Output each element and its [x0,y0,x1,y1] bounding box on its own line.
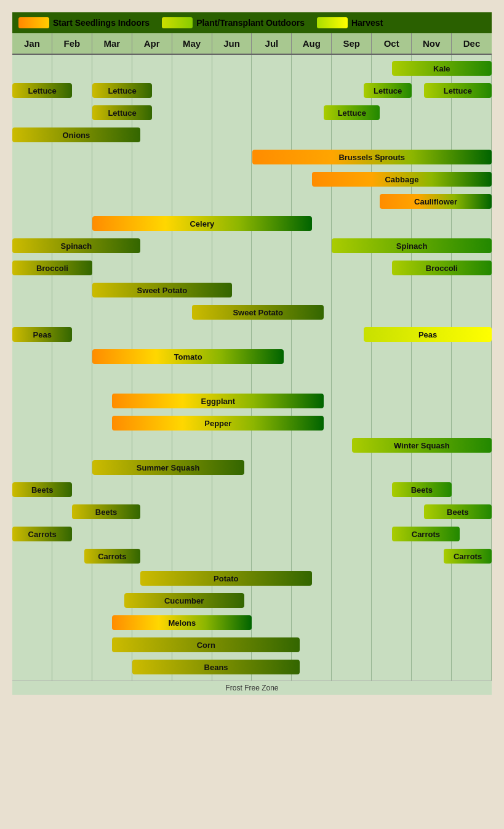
bar-lettuce-2-1: Lettuce [324,105,380,120]
month-header-feb: Feb [52,33,92,54]
legend-harvest-color [317,17,348,28]
month-header-dec: Dec [452,33,492,54]
chart-row-6: Cauliflower [12,190,492,212]
chart-container: Start Seedlings Indoors Plant/Transplant… [12,12,492,695]
chart-row-0: Kale [12,57,492,79]
bar-kale-0-0: Kale [392,61,492,76]
bar-peas-12-1: Peas [364,327,492,342]
chart-row-22: CarrotsCarrots [12,545,492,567]
chart-row-2: LettuceLettuce [12,102,492,124]
bar-carrots-21-1: Carrots [392,527,460,541]
bar-broccoli-9-1: Broccoli [392,261,492,275]
month-header-may: May [172,33,212,54]
bar-sweet-potato-11-0: Sweet Potato [192,305,324,320]
chart-row-11: Sweet Potato [12,301,492,323]
bar-potato-23-0: Potato [140,571,312,586]
bar-sweet-potato-10-0: Sweet Potato [92,283,232,297]
chart-row-13: Tomato [12,346,492,368]
footer: Frost Free Zone [12,681,492,695]
legend-plant-color [162,17,193,28]
bar-beets-20-0: Beets [72,504,140,519]
bar-carrots-21-0: Carrots [12,527,72,541]
month-header-sep: Sep [332,33,372,54]
bar-beans-27-0: Beans [132,660,300,674]
chart-row-5: Cabbage [12,168,492,190]
bar-corn-26-0: Corn [112,637,300,652]
month-header-jan: Jan [12,33,52,54]
month-headers: JanFebMarAprMayJunJulAugSepOctNovDec [12,33,492,55]
month-header-oct: Oct [372,33,412,54]
month-header-nov: Nov [412,33,452,54]
footer-text: Frost Free Zone [225,684,278,692]
legend-seedlings-color [18,17,49,28]
bar-cauliflower-6-0: Cauliflower [380,194,492,209]
legend: Start Seedlings Indoors Plant/Transplant… [12,12,492,33]
chart-row-23: Potato [12,567,492,589]
bar-spinach-8-1: Spinach [332,238,492,253]
chart-row-8: SpinachSpinach [12,235,492,257]
month-header-jun: Jun [212,33,252,54]
chart-row-1: LettuceLettuceLettuceLettuce [12,79,492,102]
bar-eggplant-15-0: Eggplant [112,394,324,408]
chart-row-3: Onions [12,124,492,146]
legend-plant-label: Plant/Transplant Outdoors [196,18,305,28]
bar-cucumber-24-0: Cucumber [124,593,244,608]
chart-row-24: Cucumber [12,589,492,612]
chart-row-7: Celery [12,212,492,235]
bar-melons-25-0: Melons [112,615,252,630]
bar-tomato-13-0: Tomato [92,349,284,364]
legend-seedlings-label: Start Seedlings Indoors [53,18,150,28]
bar-celery-7-0: Celery [92,216,312,231]
bar-cabbage-5-0: Cabbage [312,172,492,187]
bar-pepper-16-0: Pepper [112,416,324,431]
chart-row-9: BroccoliBroccoli [12,257,492,279]
chart-row-15: Eggplant [12,390,492,412]
chart-row-17: Winter Squash [12,434,492,456]
legend-seedlings: Start Seedlings Indoors [18,17,150,28]
chart-area: KaleLettuceLettuceLettuceLettuceLettuceL… [12,55,492,681]
month-header-jul: Jul [252,33,292,54]
bar-spinach-8-0: Spinach [12,238,140,253]
chart-row-19: BeetsBeets [12,479,492,501]
bar-broccoli-9-0: Broccoli [12,261,92,275]
bar-lettuce-1-0: Lettuce [12,83,72,98]
month-header-mar: Mar [92,33,132,54]
chart-row-12: PeasPeas [12,323,492,346]
chart-row-4: Brussels Sprouts [12,146,492,168]
bar-peas-12-0: Peas [12,327,72,342]
bar-carrots-22-0: Carrots [84,549,140,564]
chart-row-16: Pepper [12,412,492,434]
chart-row-21: CarrotsCarrots [12,523,492,545]
legend-plant: Plant/Transplant Outdoors [162,17,305,28]
bar-lettuce-2-0: Lettuce [92,105,152,120]
chart-row-10: Sweet Potato [12,279,492,301]
bar-beets-19-0: Beets [12,482,72,497]
chart-row-26: Corn [12,634,492,656]
chart-row-20: BeetsBeets [12,501,492,523]
bar-lettuce-1-1: Lettuce [92,83,152,98]
bar-onions-3-0: Onions [12,127,140,142]
chart-row-27: Beans [12,656,492,678]
bar-brussels-sprouts-4-0: Brussels Sprouts [252,150,492,164]
bar-lettuce-1-3: Lettuce [424,83,492,98]
bar-beets-20-1: Beets [424,504,492,519]
chart-row-25: Melons [12,612,492,634]
chart-row-18: Summer Squash [12,456,492,479]
legend-harvest: Harvest [317,17,383,28]
bar-summer-squash-18-0: Summer Squash [92,460,244,475]
bar-winter-squash-17-0: Winter Squash [352,438,492,453]
bar-beets-19-1: Beets [392,482,452,497]
month-header-apr: Apr [132,33,172,54]
month-header-aug: Aug [292,33,332,54]
bar-lettuce-1-2: Lettuce [364,83,412,98]
bar-carrots-22-1: Carrots [444,549,492,564]
chart-row-14 [12,368,492,390]
legend-harvest-label: Harvest [351,18,383,28]
